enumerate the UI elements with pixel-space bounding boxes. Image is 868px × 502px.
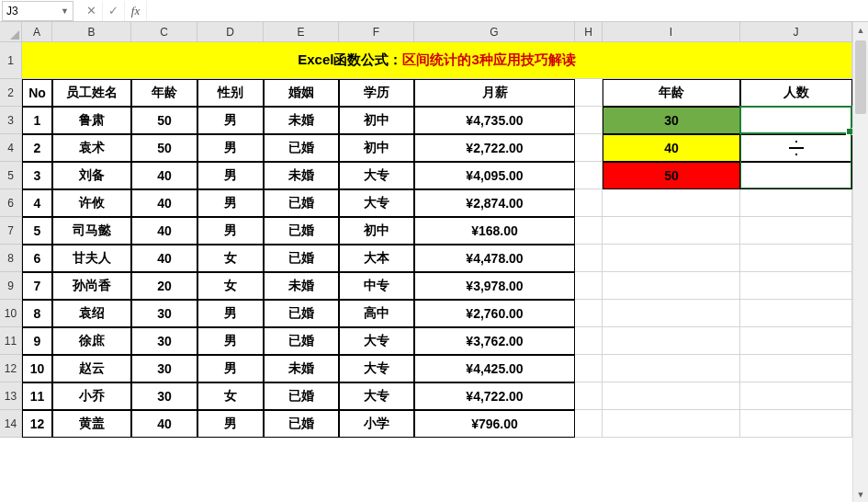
data-name-12[interactable]: 赵云 <box>52 355 131 382</box>
cell-J11[interactable] <box>740 327 852 355</box>
row-header-9[interactable]: 9 <box>0 272 22 300</box>
cell-J7[interactable] <box>740 217 852 245</box>
data-sex-14[interactable]: 男 <box>197 410 264 438</box>
cell-I11[interactable] <box>603 327 740 355</box>
data-sex-5[interactable]: 男 <box>197 162 264 189</box>
select-all-corner[interactable] <box>0 22 22 42</box>
data-age-5[interactable]: 40 <box>131 162 197 189</box>
row-header-5[interactable]: 5 <box>0 162 22 189</box>
header-E[interactable]: 婚姻 <box>264 79 339 107</box>
cell-I12[interactable] <box>603 355 740 382</box>
cell-H2[interactable] <box>575 79 603 107</box>
data-sal-11[interactable]: ¥3,762.00 <box>414 327 575 355</box>
data-name-11[interactable]: 徐庶 <box>52 327 131 355</box>
cell-J6[interactable] <box>740 189 852 217</box>
data-age-10[interactable]: 30 <box>131 300 197 327</box>
row-header-1[interactable]: 1 <box>0 42 22 79</box>
data-sal-9[interactable]: ¥3,978.00 <box>414 272 575 300</box>
row-header-10[interactable]: 10 <box>0 300 22 327</box>
scrollbar-thumb[interactable] <box>855 40 866 114</box>
row-header-8[interactable]: 8 <box>0 245 22 272</box>
data-edu-4[interactable]: 初中 <box>339 134 414 162</box>
data-mar-6[interactable]: 已婚 <box>264 189 339 217</box>
data-mar-14[interactable]: 已婚 <box>264 410 339 438</box>
data-name-9[interactable]: 孙尚香 <box>52 272 131 300</box>
row-header-4[interactable]: 4 <box>0 134 22 162</box>
data-age-13[interactable]: 30 <box>131 382 197 410</box>
scroll-up-icon[interactable]: ▲ <box>853 22 868 38</box>
data-edu-9[interactable]: 中专 <box>339 272 414 300</box>
row-header-12[interactable]: 12 <box>0 355 22 382</box>
row-header-3[interactable]: 3 <box>0 107 22 134</box>
data-no-5[interactable]: 3 <box>22 162 52 189</box>
data-sex-9[interactable]: 女 <box>197 272 264 300</box>
data-sex-12[interactable]: 男 <box>197 355 264 382</box>
formula-input[interactable] <box>147 1 868 21</box>
data-age-3[interactable]: 50 <box>131 107 197 134</box>
data-age-8[interactable]: 40 <box>131 245 197 272</box>
data-edu-11[interactable]: 大专 <box>339 327 414 355</box>
column-header-I[interactable]: I <box>603 22 740 42</box>
data-no-6[interactable]: 4 <box>22 189 52 217</box>
data-mar-13[interactable]: 已婚 <box>264 382 339 410</box>
side-count-3[interactable] <box>740 107 852 134</box>
data-sal-4[interactable]: ¥2,722.00 <box>414 134 575 162</box>
data-sex-6[interactable]: 男 <box>197 189 264 217</box>
header-C[interactable]: 年龄 <box>131 79 197 107</box>
cell-I6[interactable] <box>603 189 740 217</box>
cell-H8[interactable] <box>575 245 603 272</box>
data-name-3[interactable]: 鲁肃 <box>52 107 131 134</box>
cell-I8[interactable] <box>603 245 740 272</box>
name-box[interactable]: J3 ▼ <box>2 1 73 21</box>
header-A[interactable]: No <box>22 79 52 107</box>
data-age-4[interactable]: 50 <box>131 134 197 162</box>
header-G[interactable]: 月薪 <box>414 79 575 107</box>
cell-H10[interactable] <box>575 300 603 327</box>
cell-H13[interactable] <box>575 382 603 410</box>
data-no-14[interactable]: 12 <box>22 410 52 438</box>
column-header-F[interactable]: F <box>339 22 414 42</box>
data-no-9[interactable]: 7 <box>22 272 52 300</box>
cell-J10[interactable] <box>740 300 852 327</box>
data-sex-13[interactable]: 女 <box>197 382 264 410</box>
data-sal-14[interactable]: ¥796.00 <box>414 410 575 438</box>
cell-H3[interactable] <box>575 107 603 134</box>
vertical-scrollbar[interactable]: ▲ ▼ <box>852 22 868 502</box>
side-age-4[interactable]: 40 <box>603 134 740 162</box>
side-header-age[interactable]: 年龄 <box>603 79 740 107</box>
column-header-B[interactable]: B <box>52 22 131 42</box>
side-age-5[interactable]: 50 <box>603 162 740 189</box>
data-no-8[interactable]: 6 <box>22 245 52 272</box>
column-header-H[interactable]: H <box>575 22 603 42</box>
cell-I14[interactable] <box>603 410 740 438</box>
cell-J14[interactable] <box>740 410 852 438</box>
cell-H9[interactable] <box>575 272 603 300</box>
data-edu-8[interactable]: 大本 <box>339 245 414 272</box>
data-mar-5[interactable]: 未婚 <box>264 162 339 189</box>
data-sal-7[interactable]: ¥168.00 <box>414 217 575 245</box>
data-sal-3[interactable]: ¥4,735.00 <box>414 107 575 134</box>
cell-H7[interactable] <box>575 217 603 245</box>
data-mar-3[interactable]: 未婚 <box>264 107 339 134</box>
data-no-11[interactable]: 9 <box>22 327 52 355</box>
data-mar-11[interactable]: 已婚 <box>264 327 339 355</box>
data-mar-7[interactable]: 已婚 <box>264 217 339 245</box>
data-mar-10[interactable]: 已婚 <box>264 300 339 327</box>
data-sal-8[interactable]: ¥4,478.00 <box>414 245 575 272</box>
cell-J13[interactable] <box>740 382 852 410</box>
data-mar-12[interactable]: 未婚 <box>264 355 339 382</box>
side-count-5[interactable] <box>740 162 852 189</box>
data-name-13[interactable]: 小乔 <box>52 382 131 410</box>
side-count-4[interactable] <box>740 134 852 162</box>
data-sal-12[interactable]: ¥4,425.00 <box>414 355 575 382</box>
data-no-10[interactable]: 8 <box>22 300 52 327</box>
side-header-count[interactable]: 人数 <box>740 79 852 107</box>
column-header-J[interactable]: J <box>740 22 852 42</box>
data-name-10[interactable]: 袁绍 <box>52 300 131 327</box>
column-header-A[interactable]: A <box>22 22 52 42</box>
cell-I9[interactable] <box>603 272 740 300</box>
data-name-6[interactable]: 许攸 <box>52 189 131 217</box>
row-header-11[interactable]: 11 <box>0 327 22 355</box>
data-edu-7[interactable]: 初中 <box>339 217 414 245</box>
cell-H4[interactable] <box>575 134 603 162</box>
